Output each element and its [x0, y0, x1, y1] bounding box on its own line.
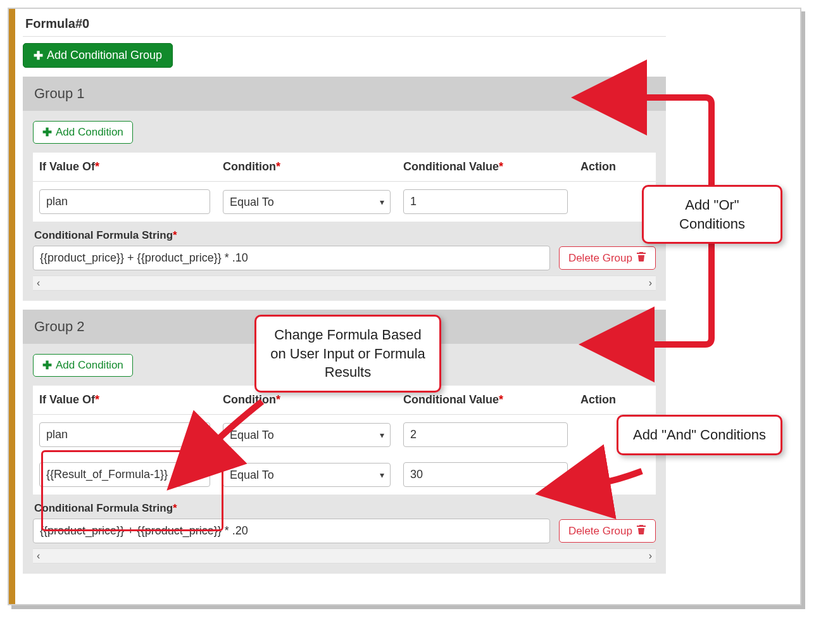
- conditional-value-input[interactable]: [403, 189, 568, 214]
- group-header[interactable]: Group 1: [23, 77, 666, 111]
- button-label: Delete Group: [568, 525, 632, 538]
- label: If Value Of: [39, 160, 95, 173]
- label: Condition: [223, 160, 276, 173]
- col-action: Action: [574, 386, 656, 415]
- scroll-left-icon: ‹: [37, 277, 40, 289]
- delete-group-button[interactable]: Delete Group: [559, 519, 656, 543]
- required-marker: *: [499, 160, 503, 173]
- formula-string-label: Conditional Formula String*: [34, 229, 655, 242]
- required-marker: *: [95, 393, 99, 406]
- required-marker: *: [276, 160, 280, 173]
- add-conditional-group-button[interactable]: ✚ Add Conditional Group: [23, 43, 173, 68]
- plus-icon: ✚: [42, 360, 52, 371]
- group-title: Group 1: [34, 85, 85, 101]
- callout-or-conditions: Add "Or" Conditions: [642, 185, 782, 244]
- add-condition-button[interactable]: ✚ Add Condition: [33, 121, 133, 144]
- label: Conditional Formula String: [34, 229, 173, 241]
- callout-text: Change Formula Based on User Input or Fo…: [270, 327, 425, 380]
- trash-icon: [636, 524, 646, 538]
- plus-icon: ✚: [42, 127, 52, 138]
- condition-select[interactable]: Equal To: [223, 190, 391, 214]
- button-label: Add Conditional Group: [47, 49, 162, 62]
- required-marker: *: [95, 160, 99, 173]
- conditional-value-input[interactable]: [403, 462, 568, 487]
- col-conditional-value: Conditional Value*: [397, 153, 574, 182]
- if-value-input[interactable]: [39, 462, 210, 487]
- required-marker: *: [276, 393, 280, 406]
- col-if-value: If Value Of*: [33, 386, 216, 415]
- group-1: Group 1 ✚ Add Condition If Value Of*: [23, 77, 666, 301]
- scroll-left-icon: ‹: [37, 550, 40, 562]
- col-if-value: If Value Of*: [33, 153, 216, 182]
- col-action: Action: [574, 153, 656, 182]
- callout-text: Add "Or" Conditions: [679, 197, 745, 232]
- button-label: Add Condition: [56, 359, 123, 372]
- plus-icon: ✚: [34, 50, 43, 61]
- horizontal-scroll-strip[interactable]: ‹ ›: [33, 548, 656, 564]
- content-area: Formula#0 ✚ Add Conditional Group Group …: [15, 9, 674, 604]
- required-marker: *: [499, 393, 503, 406]
- label: Conditional Value: [403, 160, 499, 173]
- label: Conditional Formula String: [34, 502, 173, 514]
- add-condition-button[interactable]: ✚ Add Condition: [33, 354, 133, 377]
- left-accent-bar: [9, 9, 15, 604]
- scroll-right-icon: ›: [649, 277, 652, 289]
- callout-change-formula: Change Formula Based on User Input or Fo…: [254, 315, 441, 393]
- divider: [23, 36, 666, 37]
- required-marker: *: [173, 502, 177, 514]
- required-marker: *: [173, 229, 177, 241]
- label: Condition: [223, 393, 276, 406]
- callout-text: Add "And" Conditions: [633, 427, 766, 443]
- conditions-table: If Value Of* Condition* Conditional Valu…: [33, 386, 656, 495]
- condition-select[interactable]: Equal To: [223, 463, 391, 487]
- scroll-right-icon: ›: [649, 550, 652, 562]
- col-condition: Condition*: [216, 153, 397, 182]
- formula-string-input[interactable]: [33, 519, 550, 543]
- if-value-input[interactable]: [39, 189, 210, 214]
- delete-group-button[interactable]: Delete Group: [559, 246, 656, 270]
- label: If Value Of: [39, 393, 95, 406]
- conditional-value-input[interactable]: [403, 422, 568, 447]
- callout-and-conditions: Add "And" Conditions: [617, 415, 782, 455]
- app-frame: Add "Or" Conditions Add "And" Conditions…: [8, 8, 801, 605]
- button-label: Delete Group: [568, 252, 632, 265]
- formula-string-label: Conditional Formula String*: [34, 502, 655, 515]
- if-value-input[interactable]: [39, 422, 210, 447]
- horizontal-scroll-strip[interactable]: ‹ ›: [33, 275, 656, 291]
- trash-icon: [636, 251, 646, 265]
- trash-icon: [587, 469, 598, 481]
- delete-condition-button[interactable]: [580, 463, 605, 487]
- label: Conditional Value: [403, 393, 499, 406]
- group-body: ✚ Add Condition If Value Of* Condit: [23, 111, 666, 301]
- condition-select[interactable]: Equal To: [223, 423, 391, 447]
- group-title: Group 2: [34, 318, 85, 334]
- label: Action: [580, 160, 616, 173]
- condition-row: Equal To ▾: [33, 182, 656, 222]
- label: Action: [580, 393, 616, 406]
- condition-row: Equal To ▾: [33, 415, 656, 455]
- conditions-table: If Value Of* Condition* Conditional Valu…: [33, 153, 656, 222]
- button-label: Add Condition: [56, 126, 123, 139]
- formula-string-input[interactable]: [33, 246, 550, 270]
- condition-row: Equal To ▾: [33, 455, 656, 495]
- formula-title: Formula#0: [23, 9, 666, 36]
